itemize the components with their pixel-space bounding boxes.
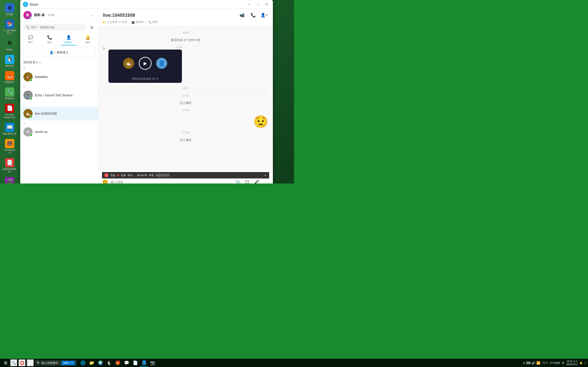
status-dot-online: [30, 97, 33, 100]
nav-tabs: 💬 聊天 📞 通话 👤 联系人 🔔 通知: [20, 33, 98, 46]
section-label-b: B: [20, 65, 98, 70]
list-item[interactable]: XX xinshi xu: [20, 125, 98, 139]
input-actions: 📎 🖼 🎤 ···: [234, 178, 269, 184]
search-input-wrap[interactable]: 🔍: [23, 24, 86, 31]
computer-icon: 🖥: [5, 3, 14, 12]
end-label: 结束: [121, 174, 126, 177]
chat-header-top: live:104551508 📹 📞 👤+: [103, 11, 268, 19]
desktop-icon-library[interactable]: 📚 个人数字图书馆2.1: [1, 19, 18, 36]
english-icon-label: 商务英语口语: [3, 133, 17, 135]
user-balance: NT$0: [48, 14, 54, 17]
app-title: Skype: [29, 2, 38, 6]
header-menu-button[interactable]: ···: [90, 12, 95, 19]
chat-meta: 上次登录: 2 天前 | 🎬 媒体库 | 🔍 查找: [103, 20, 268, 24]
record-note: 录制内容将保留 30 天: [108, 77, 182, 83]
mic-button[interactable]: 🎤: [253, 178, 260, 184]
video-record-time: 21:04: [108, 46, 182, 49]
voice-call-button[interactable]: 📞: [249, 11, 257, 19]
chat-title: live:104551508: [103, 13, 135, 18]
acrobat-icon-label: Acrobat Reader DC: [2, 114, 17, 119]
computer-icon-label: 此电脑: [6, 13, 13, 16]
call-icon: 📞: [47, 35, 52, 40]
waveform: [156, 173, 262, 177]
add-contact-button[interactable]: 👤+: [260, 11, 268, 19]
time-label: 17:04: [103, 109, 268, 112]
search-link[interactable]: 🔍 查找: [148, 20, 158, 24]
tab-call-label: 通话: [47, 41, 52, 44]
desktop-icon-computer[interactable]: 🖥 此电脑: [1, 2, 18, 17]
desktop-icon-apowersoft[interactable]: 🎬 Apowersoft专业截屏王: [1, 176, 18, 184]
time-label: 21:04: [103, 31, 268, 34]
desktop-icon-cajviewer[interactable]: 🐻 CAJViewer 7.2: [1, 138, 18, 155]
recycle-icon-label: 回收站: [6, 48, 13, 51]
list-item[interactable]: 🎸 balalaika: [20, 70, 98, 84]
desktop-icon-recycle[interactable]: ♻ 回收站: [1, 38, 18, 52]
desktop-icons: 🖥 此电脑 📚 个人数字图书馆2.1 ♻ 回收站 🐧 腾讯QQ 🦊 阿里旺旺 🔧…: [1, 2, 18, 184]
section-label-l: L: [20, 102, 98, 107]
desktop-icon-driver[interactable]: 🔧 驱动精灵: [1, 86, 18, 101]
avatar: 丽: [23, 11, 32, 19]
title-bar-controls: ─ □ ✕: [246, 2, 270, 7]
aliwangwang-icon-label: 阿里旺旺: [5, 81, 14, 84]
tab-chat[interactable]: 💬 聊天: [21, 33, 40, 45]
grid-button[interactable]: ⊞: [88, 24, 95, 31]
video-record-content: 🍜 ▶ 👤: [108, 50, 182, 77]
volume-label: 声音: [149, 174, 154, 177]
play-button[interactable]: ▶: [139, 57, 152, 70]
desktop-icon-aliwangwang[interactable]: 🦊 阿里旺旺: [1, 70, 18, 85]
apowersoft-icon: 🎬: [5, 177, 14, 184]
minimize-button[interactable]: ─: [246, 2, 253, 7]
english-icon: 📖: [5, 123, 14, 132]
desktop-icon-qq[interactable]: 🐧 腾讯QQ: [1, 54, 18, 68]
wave-bar: [156, 174, 156, 176]
user-name: 丽莉 崔: [34, 13, 44, 17]
my-contacts-header[interactable]: 我的联系人 ▾: [20, 59, 98, 65]
status-dot-online: [30, 115, 33, 118]
attach-file-button[interactable]: 📎: [234, 178, 242, 184]
library-icon: 📚: [5, 19, 14, 29]
wave-bar: [160, 174, 161, 177]
recording-bar: ⏸ 开始 结束 时长： 00:04:38 声音: [102, 172, 269, 178]
close-button[interactable]: ✕: [263, 2, 270, 7]
start-label: 开始: [110, 174, 115, 177]
chat-header-actions: 📹 📞 👤+: [238, 11, 268, 19]
wave-bar: [166, 174, 167, 176]
video-call-button[interactable]: 📹: [238, 11, 246, 19]
list-item[interactable]: 🔊 Echo / Sound Test Service .: [20, 88, 98, 102]
desktop-icon-acrobat[interactable]: 📄 Acrobat Reader DC: [1, 103, 18, 120]
contact-avatar-balalaika: 🎸: [23, 72, 33, 81]
tab-call[interactable]: 📞 通话: [40, 33, 59, 45]
chat-messages: 21:04 通话结束 27 分钟 9 秒 ▶ 21:04 🍜 ▶ 👤: [98, 27, 273, 169]
emoji-button[interactable]: 😊: [102, 179, 108, 184]
qq-icon: 🐧: [5, 55, 14, 64]
pause-button[interactable]: ⏸: [104, 173, 108, 177]
more-options-button[interactable]: ···: [262, 178, 269, 184]
participant-avatar-1: 🍜: [123, 58, 134, 69]
my-contacts-label: 我的联系人: [23, 60, 38, 65]
media-icon: 🎬: [131, 21, 135, 24]
tab-notify[interactable]: 🔔 通知: [78, 33, 97, 45]
desktop-icon-paper[interactable]: 📑 崔丽莉请假材料: [1, 157, 18, 174]
desktop-icon-english[interactable]: 📖 商务英语口语: [1, 122, 18, 136]
chat-input-area: ⏸ 开始 结束 时长： 00:04:38 声音: [98, 169, 273, 184]
image-button[interactable]: 🖼: [243, 178, 251, 184]
chat-input-row: 😊 📎 🖼 🎤 ···: [102, 178, 269, 184]
media-link[interactable]: 🎬 媒体库: [131, 20, 144, 24]
send-icon: ▶: [103, 46, 106, 50]
maximize-button[interactable]: □: [254, 2, 261, 7]
new-contact-button[interactable]: 👤+ 新联系人: [23, 48, 95, 57]
pen-icon[interactable]: ✏: [264, 173, 267, 177]
new-contact-label: 新联系人: [57, 50, 69, 55]
system-message: 通话结束 27 分钟 9 秒: [103, 38, 268, 42]
wave-bar: [162, 174, 162, 176]
tab-contacts[interactable]: 👤 联系人: [59, 33, 78, 45]
system-message: 无人接听: [103, 138, 268, 142]
message-input[interactable]: [111, 180, 232, 184]
search-input[interactable]: [31, 26, 83, 29]
cajviewer-icon: 🐻: [5, 139, 14, 148]
title-bar: S Skype ─ □ ✕: [20, 0, 273, 9]
list-item[interactable]: 🍜 live:104551508: [20, 107, 98, 120]
time-value: 00:04:38: [137, 174, 147, 177]
driver-icon: 🔧: [5, 87, 14, 97]
status-badge: [103, 21, 105, 23]
